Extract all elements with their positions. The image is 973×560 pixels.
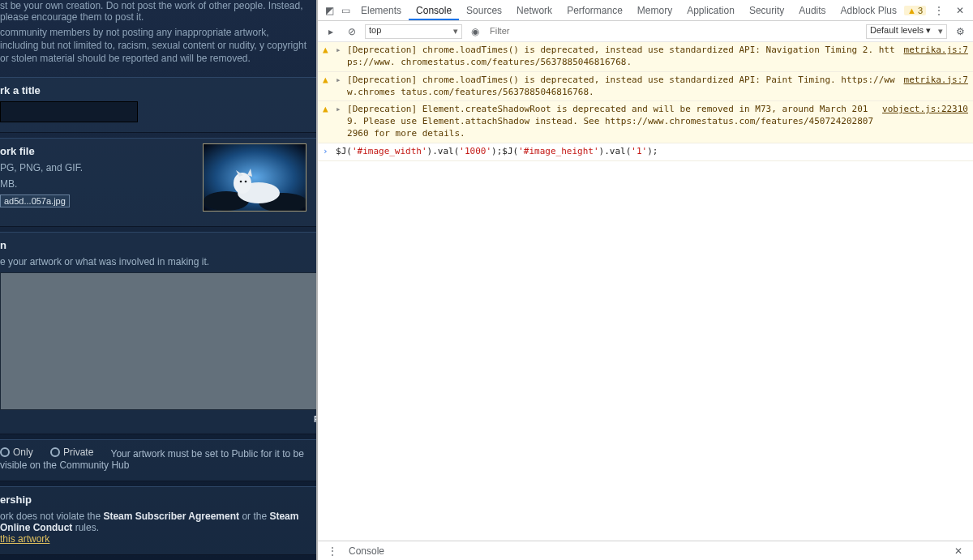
- svg-point-5: [240, 180, 242, 182]
- svg-point-4: [234, 173, 251, 194]
- console-toolbar: ▸ ⊘ top ◉ Default levels ▾ ⚙: [318, 21, 973, 42]
- visibility-note: Your artwork must be set to Public for i…: [0, 448, 304, 471]
- visibility-section: Only Private Your artwork must be set to…: [0, 439, 316, 481]
- warning-source-link[interactable]: metrika.js:7: [904, 45, 968, 55]
- notice-inappropriate: community members by not posting any ina…: [0, 26, 316, 77]
- file-section: ork file PG, PNG, and GIF. MB. ad5d...05…: [0, 138, 316, 227]
- title-heading: rk a title: [0, 84, 306, 96]
- tab-performance[interactable]: Performance: [559, 1, 630, 19]
- warning-message: [Deprecation] chrome.loadTimes() is depr…: [347, 75, 899, 99]
- log-level-selector[interactable]: Default levels ▾: [866, 24, 947, 39]
- warning-icon: ▲: [323, 75, 331, 85]
- inspect-icon[interactable]: ◩: [321, 5, 337, 16]
- warning-icon: ▲: [323, 104, 331, 114]
- artwork-thumbnail: [203, 143, 306, 212]
- prompt-caret-icon: ›: [323, 146, 331, 156]
- tab-application[interactable]: Application: [679, 1, 742, 19]
- console-prompt-row[interactable]: › $J('#image_width').val('1000');$J('#im…: [318, 143, 973, 161]
- artwork-title-input[interactable]: [0, 101, 138, 122]
- steam-upload-panel: st be your own creation. Do not post the…: [0, 0, 316, 560]
- formatting-help-link[interactable]: Formatting help: [0, 414, 316, 424]
- ownership-heading: ership: [0, 494, 306, 506]
- settings-gear-icon[interactable]: ⚙: [952, 26, 968, 37]
- console-warning-row[interactable]: ▲ ▸ [Deprecation] chrome.loadTimes() is …: [318, 72, 973, 102]
- devtools-drawer: ⋮ Console ✕: [318, 541, 973, 560]
- visibility-private-label: Private: [63, 447, 93, 458]
- tab-network[interactable]: Network: [509, 1, 559, 19]
- own-artwork-link[interactable]: this artwork: [0, 533, 49, 545]
- drawer-console-tab[interactable]: Console: [349, 545, 384, 557]
- visibility-private-radio[interactable]: Private: [50, 447, 93, 458]
- description-section: n e your artwork or what was involved in…: [0, 232, 316, 434]
- tab-audits[interactable]: Audits: [791, 1, 833, 19]
- context-selector[interactable]: top: [365, 24, 462, 39]
- tab-sources[interactable]: Sources: [459, 1, 509, 19]
- ownership-section: ership ork does not violate the Steam Su…: [0, 486, 316, 555]
- warnings-badge[interactable]: ▲3: [904, 6, 926, 15]
- warning-source-link[interactable]: metrika.js:7: [904, 75, 968, 85]
- warning-icon: ▲: [907, 6, 916, 15]
- desc-heading: n: [0, 239, 306, 251]
- ownership-agreement-text: ork does not violate the Steam Subscribe…: [0, 511, 306, 533]
- filter-input[interactable]: [488, 24, 861, 38]
- console-warning-row[interactable]: ▲ ▸ [Deprecation] chrome.loadTimes() is …: [318, 42, 973, 72]
- console-log: ▲ ▸ [Deprecation] chrome.loadTimes() is …: [318, 42, 973, 541]
- visibility-only-radio[interactable]: Only: [0, 447, 33, 458]
- visibility-only-label: Only: [13, 447, 33, 458]
- expand-caret-icon[interactable]: ▸: [336, 45, 342, 55]
- live-expression-icon[interactable]: ◉: [467, 26, 483, 37]
- title-section: rk a title: [0, 77, 316, 133]
- notice-own-creation: st be your own creation. Do not post the…: [0, 0, 316, 26]
- prompt-code: $J('#image_width').val('1000');$J('#imag…: [336, 146, 968, 158]
- close-icon[interactable]: ✕: [950, 545, 967, 557]
- desc-sub: e your artwork or what was involved in m…: [0, 256, 306, 267]
- kebab-icon[interactable]: ⋮: [931, 5, 947, 16]
- warning-icon: ▲: [323, 45, 331, 55]
- chosen-file-name[interactable]: ad5d...057a.jpg: [0, 195, 70, 207]
- clear-console-icon[interactable]: ⊘: [344, 26, 360, 37]
- close-icon[interactable]: ✕: [952, 5, 968, 16]
- device-mode-icon[interactable]: ▭: [337, 5, 354, 16]
- artwork-description-input[interactable]: [0, 272, 316, 410]
- warning-source-link[interactable]: vobject.js:22310: [882, 104, 968, 114]
- warning-message: [Deprecation] chrome.loadTimes() is depr…: [347, 45, 899, 69]
- tab-adblock[interactable]: Adblock Plus: [834, 1, 904, 19]
- sidebar-toggle-icon[interactable]: ▸: [323, 26, 339, 37]
- tab-elements[interactable]: Elements: [354, 1, 409, 19]
- console-warning-row[interactable]: ▲ ▸ [Deprecation] Element.createShadowRo…: [318, 101, 973, 143]
- tab-console[interactable]: Console: [409, 1, 459, 20]
- tab-memory[interactable]: Memory: [630, 1, 679, 19]
- tab-security[interactable]: Security: [742, 1, 791, 19]
- warning-message: [Deprecation] Element.createShadowRoot i…: [347, 104, 877, 140]
- svg-point-6: [245, 180, 247, 182]
- kebab-icon[interactable]: ⋮: [324, 545, 341, 557]
- devtools-panel: ◩ ▭ Elements Console Sources Network Per…: [316, 0, 973, 560]
- devtools-tabs: ◩ ▭ Elements Console Sources Network Per…: [318, 0, 973, 21]
- expand-caret-icon[interactable]: ▸: [336, 104, 342, 114]
- expand-caret-icon[interactable]: ▸: [336, 75, 342, 85]
